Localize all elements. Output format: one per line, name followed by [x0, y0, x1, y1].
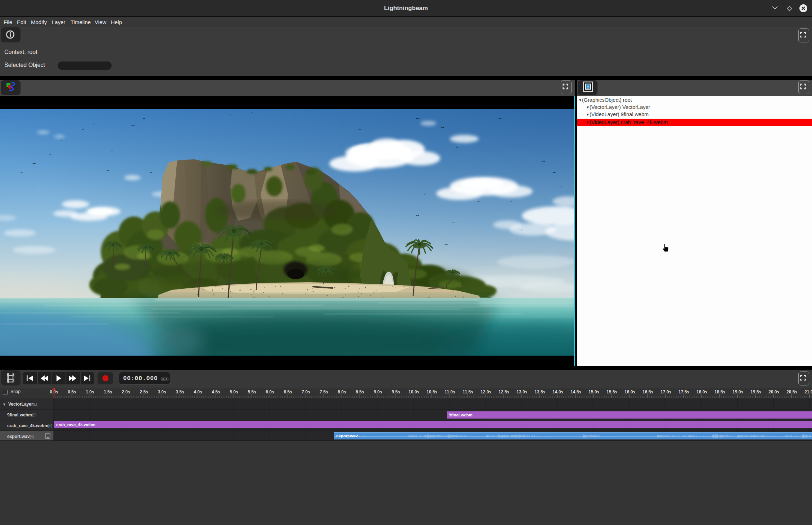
svg-text:12.5s: 12.5s — [499, 389, 509, 394]
svg-text:0.5s: 0.5s — [68, 389, 76, 394]
svg-text:18.5s: 18.5s — [714, 389, 725, 394]
svg-text:21.0s: 21.0s — [804, 389, 812, 394]
svg-text:7.0s: 7.0s — [302, 389, 310, 394]
svg-text:6.5s: 6.5s — [284, 389, 292, 394]
svg-text:19.0s: 19.0s — [732, 389, 743, 394]
svg-text:15.0s: 15.0s — [588, 389, 599, 394]
svg-text:3.0s: 3.0s — [158, 389, 166, 394]
svg-text:4.0s: 4.0s — [194, 389, 202, 394]
svg-text:11.0s: 11.0s — [445, 389, 455, 394]
svg-text:16.5s: 16.5s — [642, 389, 653, 394]
svg-text:2.0s: 2.0s — [122, 389, 130, 394]
svg-text:14.0s: 14.0s — [552, 389, 563, 394]
svg-text:6.0s: 6.0s — [266, 389, 274, 394]
svg-text:4.5s: 4.5s — [212, 389, 220, 394]
svg-text:9.5s: 9.5s — [392, 389, 400, 394]
svg-text:18.0s: 18.0s — [696, 389, 707, 394]
svg-text:9.0s: 9.0s — [374, 389, 382, 394]
svg-text:2.5s: 2.5s — [140, 389, 148, 394]
svg-text:13.5s: 13.5s — [534, 389, 545, 394]
svg-text:1.5s: 1.5s — [104, 389, 112, 394]
svg-text:17.5s: 17.5s — [678, 389, 689, 394]
svg-text:12.0s: 12.0s — [481, 389, 491, 394]
svg-text:19.5s: 19.5s — [750, 389, 761, 394]
svg-text:15.5s: 15.5s — [606, 389, 617, 394]
svg-text:20.5s: 20.5s — [786, 389, 797, 394]
svg-text:1.0s: 1.0s — [86, 389, 94, 394]
svg-text:10.5s: 10.5s — [427, 389, 437, 394]
svg-text:20.0s: 20.0s — [768, 389, 779, 394]
svg-text:7.5s: 7.5s — [320, 389, 328, 394]
svg-text:8.0s: 8.0s — [338, 389, 346, 394]
svg-text:13.0s: 13.0s — [516, 389, 527, 394]
svg-text:?: ? — [587, 85, 589, 90]
svg-text:10.0s: 10.0s — [409, 389, 419, 394]
svg-text:5.0s: 5.0s — [230, 389, 238, 394]
svg-text:11.5s: 11.5s — [463, 389, 473, 394]
svg-text:16.0s: 16.0s — [624, 389, 635, 394]
svg-text:3.5s: 3.5s — [176, 389, 184, 394]
svg-text:14.5s: 14.5s — [570, 389, 581, 394]
svg-text:8.5s: 8.5s — [356, 389, 364, 394]
svg-text:17.0s: 17.0s — [660, 389, 671, 394]
svg-text:5.5s: 5.5s — [248, 389, 256, 394]
